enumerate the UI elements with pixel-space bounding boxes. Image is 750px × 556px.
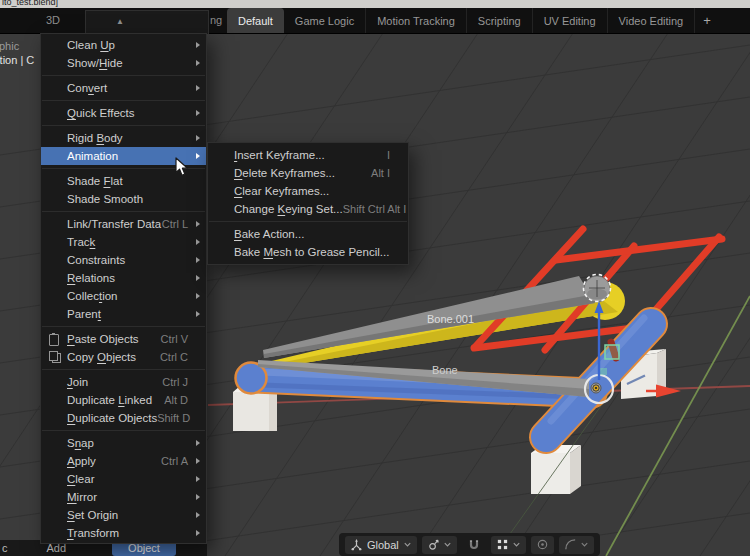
menu-item-label: Parent <box>67 308 101 320</box>
menu-item-change-keying-set[interactable]: Change Keying Set...Shift Ctrl Alt I <box>208 200 408 218</box>
menu-item-quick-effects[interactable]: Quick Effects <box>41 104 206 122</box>
menu-item-relations[interactable]: Relations <box>41 269 206 287</box>
submenu-arrow-icon <box>191 494 200 500</box>
menu-separator <box>41 208 206 215</box>
add-workspace-button[interactable]: + <box>695 8 719 33</box>
mouse-cursor <box>175 157 190 178</box>
workspace-tab-fragment-covered[interactable]: ng <box>210 14 222 26</box>
menu-item-duplicate-linked[interactable]: Duplicate LinkedAlt D <box>41 391 206 409</box>
menu-item-label: Delete Keyframes... <box>234 167 335 179</box>
object-menu-popup: Clean UpShow/HideConvertQuick EffectsRig… <box>40 33 207 544</box>
menu-item-duplicate-objects[interactable]: Duplicate ObjectsShift D <box>41 409 206 427</box>
workspace-tab-fragment-3d[interactable]: 3D <box>46 14 60 26</box>
menu-item-shortcut: Alt I <box>371 167 393 179</box>
menu-item-transform[interactable]: Transform <box>41 524 206 542</box>
menu-separator <box>41 366 206 373</box>
menu-item-snap[interactable]: Snap <box>41 434 206 452</box>
menu-item-label: Shade Smooth <box>67 193 143 205</box>
menu-item-shortcut: Ctrl C <box>160 351 191 363</box>
menu-item-label: Show/Hide <box>67 57 123 69</box>
window-title: ito_test.blend] <box>2 0 58 7</box>
menu-item-label: Transform <box>67 527 119 539</box>
menu-item-clear[interactable]: Clear <box>41 470 206 488</box>
menu-item-track[interactable]: Track <box>41 233 206 251</box>
menu-item-label: Relations <box>67 272 115 284</box>
menu-item-convert[interactable]: Convert <box>41 79 206 97</box>
menu-item-label: Duplicate Objects <box>67 412 157 424</box>
bone-001-label: Bone.001 <box>427 313 474 325</box>
menu-item-apply[interactable]: ApplyCtrl A <box>41 452 206 470</box>
workspace-tabs: DefaultGame LogicMotion TrackingScriptin… <box>227 8 719 33</box>
menu-item-label: Duplicate Linked <box>67 394 152 406</box>
submenu-arrow-icon <box>191 257 200 263</box>
menu-item-insert-keyframe[interactable]: Insert Keyframe...I <box>208 146 408 164</box>
submenu-arrow-icon <box>191 476 200 482</box>
menu-item-bake-mesh-to-grease-pencil[interactable]: Bake Mesh to Grease Pencil... <box>208 243 408 261</box>
workspace-tab-video-editing[interactable]: Video Editing <box>608 8 696 33</box>
chevron-down-icon <box>512 540 521 549</box>
menu-item-shade-smooth[interactable]: Shade Smooth <box>41 190 206 208</box>
menu-item-label: Change Keying Set... <box>234 203 343 215</box>
menu-item-shortcut: Alt D <box>164 394 191 406</box>
submenu-arrow-icon <box>191 275 200 281</box>
workspace-tab-uv-editing[interactable]: UV Editing <box>533 8 608 33</box>
submenu-arrow-icon <box>191 311 200 317</box>
menu-item-link-transfer-data[interactable]: Link/Transfer DataCtrl L <box>41 215 206 233</box>
chevron-down-icon <box>403 540 412 549</box>
menu-item-clean-up[interactable]: Clean Up <box>41 36 206 54</box>
menu-item-label: Rigid Body <box>67 132 123 144</box>
menu-item-label: Apply <box>67 455 96 467</box>
menu-item-shortcut: Ctrl V <box>161 333 192 345</box>
menu-item-constraints[interactable]: Constraints <box>41 251 206 269</box>
bone-tail-point-center <box>595 387 597 389</box>
workspace-tab-game-logic[interactable]: Game Logic <box>284 8 366 33</box>
menu-separator <box>41 427 206 434</box>
falloff-curve-icon <box>564 538 577 551</box>
menu-item-label: Set Origin <box>67 509 118 521</box>
transform-orientation-dropdown[interactable]: Global <box>345 536 417 554</box>
copy-icon <box>52 353 61 363</box>
submenu-arrow-icon <box>191 110 200 116</box>
menu-scroll-up-region[interactable]: ▲ <box>85 10 209 34</box>
submenu-arrow-icon <box>191 60 200 66</box>
menu-item-mirror[interactable]: Mirror <box>41 488 206 506</box>
submenu-arrow-icon <box>191 530 200 536</box>
menu-item-copy-objects[interactable]: Copy ObjectsCtrl C <box>41 348 206 366</box>
viewport-overlay-active-object: ection | C <box>0 54 34 66</box>
menu-item-label: Constraints <box>67 254 125 266</box>
pivot-point-dropdown[interactable] <box>422 536 457 554</box>
menu-item-show-hide[interactable]: Show/Hide <box>41 54 206 72</box>
menu-item-shortcut: Ctrl L <box>162 218 191 230</box>
menu-separator <box>208 218 408 225</box>
menu-item-label: Join <box>67 376 88 388</box>
snap-increment-grid-icon <box>496 538 509 551</box>
workspace-tab-default[interactable]: Default <box>227 8 284 33</box>
menu-item-rigid-body[interactable]: Rigid Body <box>41 129 206 147</box>
menu-item-label: Paste Objects <box>67 333 139 345</box>
proportional-falloff-dropdown[interactable] <box>559 536 594 554</box>
snap-mode-dropdown[interactable] <box>491 536 526 554</box>
snap-toggle[interactable] <box>462 536 486 554</box>
submenu-arrow-icon <box>191 221 200 227</box>
menu-item-delete-keyframes[interactable]: Delete Keyframes...Alt I <box>208 164 408 182</box>
menu-item-clear-keyframes[interactable]: Clear Keyframes... <box>208 182 408 200</box>
menu-item-join[interactable]: JoinCtrl J <box>41 373 206 391</box>
orientation-value: Global <box>366 539 400 551</box>
viewport-header-tools: Global <box>339 533 600 556</box>
proportional-editing-icon <box>536 538 549 551</box>
menu-item-label: Animation <box>67 150 118 162</box>
menu-item-set-origin[interactable]: Set Origin <box>41 506 206 524</box>
menu-item-bake-action[interactable]: Bake Action... <box>208 225 408 243</box>
workspace-tab-scripting[interactable]: Scripting <box>467 8 533 33</box>
menu-item-paste-objects[interactable]: Paste ObjectsCtrl V <box>41 330 206 348</box>
workspace-tab-motion-tracking[interactable]: Motion Tracking <box>366 8 467 33</box>
submenu-arrow-icon <box>191 85 200 91</box>
menu-item-label: Quick Effects <box>67 107 135 119</box>
menu-item-shortcut: Shift Ctrl Alt I <box>343 203 410 215</box>
snap-target-square-small <box>600 368 607 375</box>
menu-item-parent[interactable]: Parent <box>41 305 206 323</box>
menu-item-collection[interactable]: Collection <box>41 287 206 305</box>
proportional-editing-toggle[interactable] <box>531 536 554 554</box>
menu-item-label: Bake Mesh to Grease Pencil... <box>234 246 389 258</box>
menu-item-shortcut: I <box>387 149 393 161</box>
